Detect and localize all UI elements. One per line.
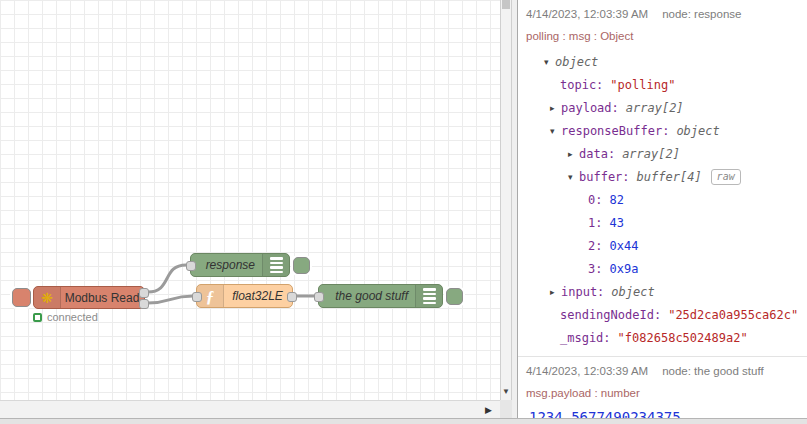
debug-topic-line: msg.payload : number: [526, 385, 799, 401]
debug-source-node[interactable]: node: the good stuff: [662, 365, 763, 377]
debug-tree-row[interactable]: ▾object: [526, 50, 799, 73]
debug-key: 1:: [588, 216, 602, 230]
debug-object-tree: ▾objecttopic:"polling"▸payload:array[2]▾…: [526, 50, 799, 349]
debug-key: _msgid:: [560, 331, 611, 345]
node-response-debug[interactable]: response: [190, 253, 290, 277]
debug-key: 3:: [588, 262, 602, 276]
debug-key: responseBuffer:: [561, 124, 669, 138]
wire[interactable]: [148, 296, 193, 303]
status-led-icon: [33, 313, 42, 322]
node-label: Modbus Read: [60, 287, 144, 308]
debug-value: array[2]: [622, 147, 680, 161]
debug-tree-row[interactable]: ▸input:object: [526, 280, 799, 303]
debug-key: 2:: [588, 239, 602, 253]
debug-tree-row[interactable]: sendingNodeId:"25d2ca0a955ca62c": [526, 303, 799, 326]
debug-value: array[2]: [626, 101, 684, 115]
debug-key: 0:: [588, 193, 602, 207]
output-port[interactable]: [139, 299, 149, 309]
flow-canvas[interactable]: ❋ Modbus Read connected response ƒ float…: [0, 0, 501, 400]
debug-source-node[interactable]: node: response: [662, 8, 741, 20]
debug-message: 4/14/2023, 12:03:39 AMnode: response pol…: [518, 0, 807, 357]
debug-tree-row[interactable]: 0:82: [526, 188, 799, 211]
debug-value: object: [676, 124, 719, 138]
modbus-icon: ❋: [34, 287, 61, 308]
debug-value: buffer[4]: [637, 170, 702, 184]
debug-tree-row[interactable]: ▾buffer:buffer[4]raw: [526, 165, 799, 188]
node-float32le-function[interactable]: ƒ float32LE: [196, 284, 293, 308]
node-modbus-read[interactable]: ❋ Modbus Read: [33, 286, 145, 309]
node-the-good-stuff-debug[interactable]: the good stuff: [318, 284, 443, 308]
debug-tree-row[interactable]: topic:"polling": [526, 73, 799, 96]
debug-key: payload:: [561, 101, 619, 115]
debug-list-icon: [415, 285, 442, 307]
expander-icon[interactable]: ▾: [544, 57, 555, 67]
debug-value: 0x9a: [609, 262, 638, 276]
debug-tree-row[interactable]: ▾responseBuffer:object: [526, 119, 799, 142]
node-button[interactable]: [12, 288, 31, 307]
input-port[interactable]: [186, 261, 196, 271]
wire[interactable]: [148, 265, 186, 292]
node-label: the good stuff: [319, 285, 416, 307]
debug-value: "f082658c502489a2": [618, 331, 748, 345]
debug-sidebar[interactable]: 4/14/2023, 12:03:39 AMnode: response pol…: [517, 0, 807, 418]
debug-value: object: [555, 55, 598, 69]
input-port[interactable]: [192, 292, 202, 302]
debug-message-meta: 4/14/2023, 12:03:39 AMnode: response: [526, 6, 799, 22]
debug-tree-row[interactable]: 1:43: [526, 211, 799, 234]
raw-toggle-button[interactable]: raw: [711, 169, 741, 185]
wire-layer: [0, 0, 501, 400]
debug-value: 0x44: [609, 239, 638, 253]
debug-key: sendingNodeId:: [560, 308, 661, 322]
expander-icon[interactable]: ▾: [550, 126, 561, 136]
debug-toggle-button[interactable]: [293, 257, 310, 274]
debug-value: "25d2ca0a955ca62c": [668, 308, 798, 322]
debug-tree-row[interactable]: ▸payload:array[2]: [526, 96, 799, 119]
debug-value: 43: [609, 216, 623, 230]
expander-icon[interactable]: ▸: [550, 103, 561, 113]
scrollbar-thumb[interactable]: [502, 0, 510, 9]
node-label: response: [191, 254, 263, 276]
debug-tree-row[interactable]: _msgid:"f082658c502489a2": [526, 326, 799, 349]
debug-key: data:: [579, 147, 615, 161]
scroll-down-arrow-icon[interactable]: ▼: [501, 387, 511, 397]
debug-message-meta: 4/14/2023, 12:03:39 AMnode: the good stu…: [526, 363, 799, 379]
node-red-workspace: ❋ Modbus Read connected response ƒ float…: [0, 0, 807, 424]
debug-topic-line: polling : msg : Object: [526, 28, 799, 44]
expander-icon[interactable]: ▾: [568, 172, 579, 182]
horizontal-scrollbar[interactable]: ▶: [0, 400, 500, 418]
node-label: float32LE: [223, 285, 292, 307]
node-status: connected: [33, 311, 98, 323]
debug-tree-row[interactable]: 2:0x44: [526, 234, 799, 257]
expander-icon[interactable]: ▸: [568, 149, 579, 159]
window-footer-edge: [0, 418, 807, 424]
debug-key: input:: [561, 285, 604, 299]
status-text: connected: [47, 311, 98, 323]
expander-icon[interactable]: ▸: [550, 287, 561, 297]
vertical-scrollbar[interactable]: ▼: [500, 0, 512, 400]
debug-value: object: [611, 285, 654, 299]
debug-key: buffer:: [579, 170, 630, 184]
output-port[interactable]: [139, 288, 149, 298]
debug-toggle-button[interactable]: [446, 288, 463, 305]
debug-list-icon: [262, 254, 289, 276]
debug-message: 4/14/2023, 12:03:39 AMnode: the good stu…: [518, 357, 807, 418]
debug-tree-row[interactable]: 3:0x9a: [526, 257, 799, 280]
debug-timestamp: 4/14/2023, 12:03:39 AM: [526, 365, 648, 377]
input-port[interactable]: [314, 292, 324, 302]
output-port[interactable]: [287, 292, 297, 302]
debug-value: 82: [609, 193, 623, 207]
debug-value: "polling": [610, 78, 675, 92]
scroll-right-arrow-icon[interactable]: ▶: [485, 405, 492, 415]
debug-timestamp: 4/14/2023, 12:03:39 AM: [526, 8, 648, 20]
debug-tree-row[interactable]: ▸data:array[2]: [526, 142, 799, 165]
debug-key: topic:: [560, 78, 603, 92]
debug-payload-value: 1234.5677490234375: [526, 407, 799, 418]
